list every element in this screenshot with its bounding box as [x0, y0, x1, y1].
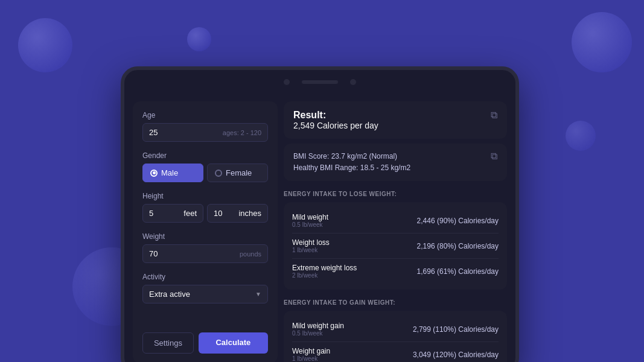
height-feet-unit: feet	[183, 209, 197, 218]
lose-weight-card: Mild weight 0.5 lb/week 2,446 (90%) Calo…	[284, 202, 507, 290]
gain-value-1: 3,049 (120%) Calories/day	[413, 351, 499, 359]
weight-unit: pounds	[240, 250, 261, 258]
form-panel: Age 25 ages: 2 - 120 Gender Male	[133, 101, 278, 362]
settings-button[interactable]: Settings	[142, 332, 194, 354]
gain-name-0: Mild weight gain	[292, 322, 344, 330]
tablet-topbar	[124, 70, 515, 94]
activity-label: Activity	[142, 273, 268, 281]
gain-weight-card: Mild weight gain 0.5 lb/week 2,799 (110%…	[284, 311, 507, 362]
bmi-content: BMI Score: 23.7 kg/m2 (Normal) Healthy B…	[293, 151, 410, 174]
bmi-score: BMI Score: 23.7 kg/m2 (Normal)	[293, 151, 410, 162]
gain-sub-1: 1 lb/week	[292, 355, 330, 362]
app-content: Age 25 ages: 2 - 120 Gender Male	[124, 94, 515, 362]
lose-item-1-label: Weight loss 1 lb/week	[292, 238, 330, 253]
main-result-card: Result: 2,549 Calories per day ⧉	[284, 101, 507, 139]
bmi-range: Healthy BMI Range: 18.5 - 25 kg/m2	[293, 162, 410, 174]
age-field-group: Age 25 ages: 2 - 120	[142, 111, 268, 142]
lose-item-0-label: Mild weight 0.5 lb/week	[292, 213, 328, 228]
calories-value: 2,549 Calories per day	[293, 121, 378, 130]
tablet-camera-left	[284, 79, 290, 85]
height-field-group: Height 5 feet 10 inches	[142, 192, 268, 223]
age-hint: ages: 2 - 120	[223, 129, 261, 136]
lose-sub-2: 2 lb/week	[292, 272, 357, 279]
age-label: Age	[142, 111, 268, 119]
weight-label: Weight	[142, 232, 268, 241]
tablet-speaker	[302, 80, 338, 84]
gain-item-1-label: Weight gain 1 lb/week	[292, 347, 330, 362]
tablet-camera-right	[350, 79, 356, 85]
result-label: Result:	[293, 110, 378, 121]
radio-male-dot	[150, 170, 158, 177]
lose-value-0: 2,446 (90%) Calories/day	[417, 217, 499, 225]
gain-item-0: Mild weight gain 0.5 lb/week 2,799 (110%…	[292, 317, 499, 342]
gain-item-1: Weight gain 1 lb/week 3,049 (120%) Calor…	[292, 342, 499, 362]
tablet-device: Age 25 ages: 2 - 120 Gender Male	[121, 66, 519, 362]
bg-bubble-1	[18, 18, 72, 72]
results-panel: Result: 2,549 Calories per day ⧉ BMI Sco…	[284, 101, 507, 362]
copy-calories-icon[interactable]: ⧉	[491, 110, 497, 121]
bg-bubble-2	[187, 27, 211, 51]
gender-label: Gender	[142, 151, 268, 160]
height-inches-input[interactable]: 10 inches	[207, 204, 268, 223]
gain-weight-section: ENERGY INTAKE TO GAIN WEIGHT: Mild weigh…	[284, 294, 507, 362]
age-value: 25	[149, 128, 158, 137]
chevron-down-icon: ▼	[255, 291, 261, 297]
weight-field-group: Weight 70 pounds	[142, 232, 268, 263]
lose-name-1: Weight loss	[292, 238, 330, 247]
gender-field-group: Gender Male Female	[142, 151, 268, 182]
lose-name-0: Mild weight	[292, 213, 328, 221]
gain-item-0-label: Mild weight gain 0.5 lb/week	[292, 322, 344, 337]
gender-male-option[interactable]: Male	[142, 164, 203, 182]
gender-male-label: Male	[161, 168, 178, 177]
gender-options: Male Female	[142, 164, 268, 182]
lose-sub-0: 0.5 lb/week	[292, 221, 328, 228]
bg-bubble-3	[572, 12, 632, 72]
lose-weight-header: ENERGY INTAKE TO LOSE WEIGHT:	[284, 186, 507, 200]
lose-weight-section: ENERGY INTAKE TO LOSE WEIGHT: Mild weigh…	[284, 186, 507, 290]
copy-bmi-icon[interactable]: ⧉	[491, 151, 497, 162]
height-inches-unit: inches	[238, 209, 261, 218]
gain-name-1: Weight gain	[292, 347, 330, 355]
height-feet-input[interactable]: 5 feet	[142, 204, 203, 223]
activity-dropdown[interactable]: Extra active ▼	[142, 285, 268, 303]
weight-input[interactable]: 70 pounds	[142, 244, 268, 263]
height-inputs: 5 feet 10 inches	[142, 204, 268, 223]
result-header: Result: 2,549 Calories per day ⧉	[293, 110, 497, 130]
height-inches-value: 10	[214, 209, 222, 218]
weight-value: 70	[149, 249, 158, 258]
lose-item-2: Extreme weight loss 2 lb/week 1,696 (61%…	[292, 259, 499, 284]
lose-sub-1: 1 lb/week	[292, 247, 330, 253]
height-feet-value: 5	[149, 209, 153, 218]
result-content: Result: 2,549 Calories per day	[293, 110, 378, 130]
activity-value: Extra active	[149, 290, 190, 299]
gender-female-option[interactable]: Female	[207, 164, 268, 182]
calculate-button[interactable]: Calculate	[199, 332, 268, 354]
lose-item-2-label: Extreme weight loss 2 lb/week	[292, 264, 357, 279]
bottom-buttons: Settings Calculate	[142, 328, 268, 354]
gain-value-0: 2,799 (110%) Calories/day	[413, 325, 499, 334]
lose-item-0: Mild weight 0.5 lb/week 2,446 (90%) Calo…	[292, 208, 499, 233]
bmi-card: BMI Score: 23.7 kg/m2 (Normal) Healthy B…	[284, 144, 507, 181]
gain-weight-header: ENERGY INTAKE TO GAIN WEIGHT:	[284, 294, 507, 308]
gain-sub-0: 0.5 lb/week	[292, 330, 344, 337]
radio-female-dot	[215, 170, 222, 177]
lose-name-2: Extreme weight loss	[292, 264, 357, 272]
radio-male-inner	[153, 171, 156, 174]
lose-item-1: Weight loss 1 lb/week 2,196 (80%) Calori…	[292, 233, 499, 259]
height-label: Height	[142, 192, 268, 200]
age-input[interactable]: 25 ages: 2 - 120	[142, 123, 268, 142]
bg-bubble-6	[566, 121, 596, 151]
gender-female-label: Female	[226, 168, 252, 177]
lose-value-2: 1,696 (61%) Calories/day	[417, 267, 499, 276]
lose-value-1: 2,196 (80%) Calories/day	[417, 242, 499, 250]
activity-field-group: Activity Extra active ▼	[142, 273, 268, 303]
